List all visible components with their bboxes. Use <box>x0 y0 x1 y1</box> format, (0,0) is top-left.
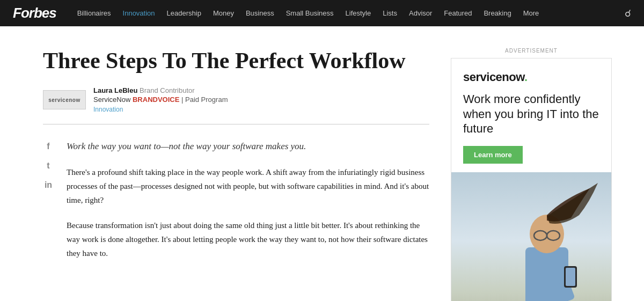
article-area: Three Steps To The Perfect Workflow serv… <box>43 48 429 301</box>
nav-featured[interactable]: Featured <box>438 9 478 17</box>
facebook-icon[interactable]: f <box>47 142 49 151</box>
ad-area: ADVERTISEMENT servicenow. Work more conf… <box>451 48 612 301</box>
main-container: Three Steps To The Perfect Workflow serv… <box>0 26 644 301</box>
nav-innovation[interactable]: Innovation <box>117 9 161 17</box>
ad-headline: Work more confidently when you bring IT … <box>463 92 599 136</box>
article-intro: Work the way you want to—not the way you… <box>67 140 429 153</box>
ad-person-svg <box>493 172 601 302</box>
author-name: Laura LeBleu <box>93 86 137 94</box>
author-brand-name: ServiceNow <box>93 96 133 104</box>
paid-program: | Paid Program <box>181 96 228 104</box>
twitter-icon[interactable]: t <box>47 161 49 171</box>
nav-lifestyle[interactable]: Lifestyle <box>340 9 377 17</box>
nav-billionaires[interactable]: Billionaires <box>71 9 117 17</box>
nav-leadership[interactable]: Leadership <box>161 9 207 17</box>
author-name-line: Laura LeBleu Brand Contributor <box>93 86 228 94</box>
article-para-2: Because transformation isn't just about … <box>67 218 429 261</box>
navbar: Forbes Billionaires Innovation Leadershi… <box>0 0 644 26</box>
ad-content: servicenow. Work more confidently when y… <box>451 58 611 172</box>
nav-advisor[interactable]: Advisor <box>403 9 438 17</box>
search-icon[interactable]: ☌ <box>625 8 631 19</box>
author-section: servicenow Laura LeBleu Brand Contributo… <box>43 86 429 113</box>
author-info: Laura LeBleu Brand Contributor ServiceNo… <box>93 86 228 113</box>
nav-money[interactable]: Money <box>207 9 240 17</box>
ad-servicenow-logo: servicenow. <box>463 70 599 84</box>
author-role: Brand Contributor <box>140 86 195 94</box>
nav-small-business[interactable]: Small Business <box>280 9 340 17</box>
forbes-logo[interactable]: Forbes <box>13 5 56 21</box>
svg-rect-10 <box>566 268 575 286</box>
ad-box: servicenow. Work more confidently when y… <box>451 58 612 301</box>
nav-links: Billionaires Innovation Leadership Money… <box>71 9 625 17</box>
ad-cta-button[interactable]: Learn more <box>463 146 523 164</box>
brandvoice-link[interactable]: BRANDVOICE <box>133 96 179 104</box>
category-link[interactable]: Innovation <box>93 106 228 113</box>
ad-logo-dot: . <box>524 70 528 84</box>
nav-more[interactable]: More <box>517 9 545 17</box>
nav-business[interactable]: Business <box>240 9 280 17</box>
nav-lists[interactable]: Lists <box>377 9 403 17</box>
article-para-1: There's a profound shift taking place in… <box>67 165 429 208</box>
ad-image <box>451 172 611 302</box>
author-brand-line: ServiceNow BRANDVOICE | Paid Program <box>93 96 228 104</box>
article-content: Work the way you want to—not the way you… <box>67 140 429 271</box>
nav-breaking[interactable]: Breaking <box>478 9 517 17</box>
author-logo: servicenow <box>43 90 86 109</box>
linkedin-icon[interactable]: in <box>45 180 52 190</box>
divider <box>43 124 429 124</box>
article-title: Three Steps To The Perfect Workflow <box>43 48 429 74</box>
content-with-social: f t in Work the way you want to—not the … <box>43 140 429 271</box>
social-icons: f t in <box>43 140 54 271</box>
ad-label: ADVERTISEMENT <box>451 48 612 54</box>
